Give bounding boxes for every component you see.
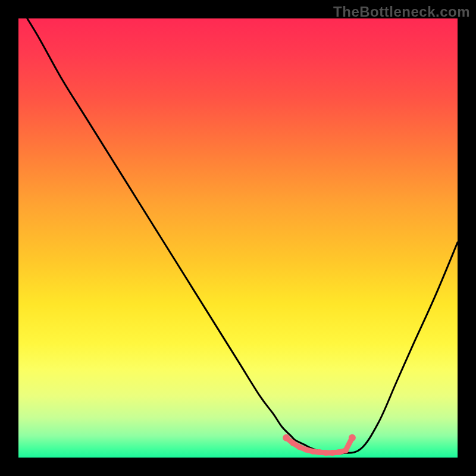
optimal-zone-markers (283, 434, 356, 456)
optimal-marker-dot (283, 434, 290, 441)
optimal-marker-dot (317, 449, 322, 455)
optimal-marker-dot (323, 450, 329, 456)
chart-container: TheBottleneck.com (0, 0, 476, 476)
watermark-text: TheBottleneck.com (333, 4, 470, 20)
bottleneck-curve (27, 18, 458, 453)
optimal-marker-dot (349, 434, 356, 441)
optimal-marker-dot (303, 447, 309, 453)
optimal-marker-dot (296, 444, 302, 450)
optimal-marker-dot (330, 450, 336, 456)
optimal-marker-dot (336, 449, 342, 455)
plot-area (18, 18, 458, 458)
optimal-marker-dot (343, 447, 349, 453)
optimal-marker-dot (310, 449, 316, 455)
bottleneck-curve-svg (18, 18, 458, 458)
optimal-marker-dot (290, 440, 296, 446)
